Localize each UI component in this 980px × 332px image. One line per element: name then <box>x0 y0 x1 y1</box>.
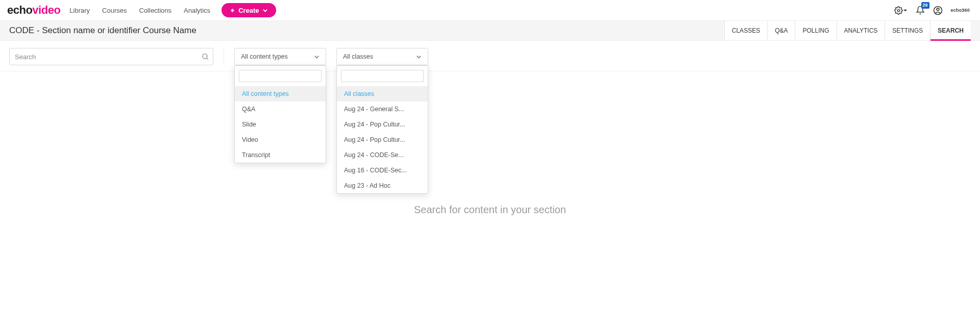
content-type-filter-toggle[interactable]: All content types <box>234 48 326 65</box>
logo[interactable]: echovideo <box>7 4 60 17</box>
class-option-1[interactable]: Aug 24 - General S... <box>337 101 428 117</box>
content-type-filter-panel: All content types Q&A Slide Video Transc… <box>234 65 326 163</box>
search-input[interactable] <box>9 48 213 65</box>
nav-collections[interactable]: Collections <box>139 7 172 14</box>
class-filter-search-wrap <box>337 66 428 86</box>
course-bar: CODE - Section name or identifier Course… <box>0 20 980 41</box>
class-filter-panel: All classes Aug 24 - General S... Aug 24… <box>336 65 428 194</box>
gear-icon <box>894 6 903 15</box>
sparkle-icon <box>230 8 235 13</box>
class-option-2[interactable]: Aug 24 - Pop Cultur... <box>337 117 428 132</box>
class-option-all[interactable]: All classes <box>337 86 428 101</box>
svg-point-0 <box>897 9 899 11</box>
class-option-3[interactable]: Aug 24 - Pop Cultur... <box>337 132 428 147</box>
notifications-badge: 29 <box>921 2 929 9</box>
class-filter-search[interactable] <box>341 70 424 82</box>
user-circle-icon <box>933 6 943 15</box>
class-filter-toggle[interactable]: All classes <box>336 48 428 65</box>
content-type-filter-search[interactable] <box>239 70 322 82</box>
tab-classes[interactable]: CLASSES <box>724 21 767 40</box>
caret-down-icon <box>903 8 908 13</box>
search-icon <box>201 53 209 61</box>
tab-search[interactable]: SEARCH <box>930 21 971 40</box>
settings-menu[interactable] <box>894 6 908 15</box>
divider <box>224 48 224 65</box>
content-type-option-video[interactable]: Video <box>235 132 326 147</box>
nav-analytics[interactable]: Analytics <box>184 7 210 14</box>
content-type-filter-label: All content types <box>241 53 288 60</box>
tab-settings[interactable]: SETTINGS <box>885 21 930 40</box>
search-wrap <box>9 48 213 65</box>
svg-point-3 <box>203 54 207 59</box>
nav-library[interactable]: Library <box>69 7 90 14</box>
class-option-4[interactable]: Aug 24 - CODE-Se... <box>337 147 428 163</box>
svg-point-2 <box>937 8 939 10</box>
create-button-label: Create <box>238 7 259 14</box>
tab-qa[interactable]: Q&A <box>767 21 795 40</box>
notifications-button[interactable]: 29 <box>916 6 925 15</box>
chevron-down-icon <box>416 54 422 60</box>
class-filter: All classes All classes Aug 24 - General… <box>336 48 428 65</box>
top-nav: echovideo Library Courses Collections An… <box>0 0 980 20</box>
brand-mini: echo360 <box>951 8 970 13</box>
logo-part-video: video <box>32 4 60 16</box>
content-type-option-transcript[interactable]: Transcript <box>235 147 326 163</box>
empty-state-text: Search for content in your section <box>0 204 980 216</box>
primary-nav: Library Courses Collections Analytics <box>69 7 210 14</box>
content-type-option-qa[interactable]: Q&A <box>235 101 326 117</box>
content-type-filter: All content types All content types Q&A … <box>234 48 326 65</box>
content-type-filter-search-wrap <box>235 66 326 86</box>
content-type-option-slide[interactable]: Slide <box>235 117 326 132</box>
tab-analytics[interactable]: ANALYTICS <box>837 21 885 40</box>
logo-part-echo: echo <box>7 4 32 16</box>
tab-polling[interactable]: POLLING <box>795 21 836 40</box>
class-option-6[interactable]: Aug 23 - Ad Hoc <box>337 178 428 193</box>
filter-row: All content types All content types Q&A … <box>0 41 980 71</box>
course-title: CODE - Section name or identifier Course… <box>9 25 197 36</box>
create-button[interactable]: Create <box>222 3 276 17</box>
class-option-5[interactable]: Aug 16 - CODE-Sec... <box>337 163 428 178</box>
account-button[interactable] <box>933 6 943 15</box>
chevron-down-icon <box>314 54 320 60</box>
nav-courses[interactable]: Courses <box>102 7 127 14</box>
class-filter-label: All classes <box>343 53 373 60</box>
chevron-down-icon <box>262 8 268 13</box>
course-tabs: CLASSES Q&A POLLING ANALYTICS SETTINGS S… <box>724 21 971 40</box>
content-type-option-all[interactable]: All content types <box>235 86 326 101</box>
top-right-controls: 29 echo360 <box>894 6 973 15</box>
